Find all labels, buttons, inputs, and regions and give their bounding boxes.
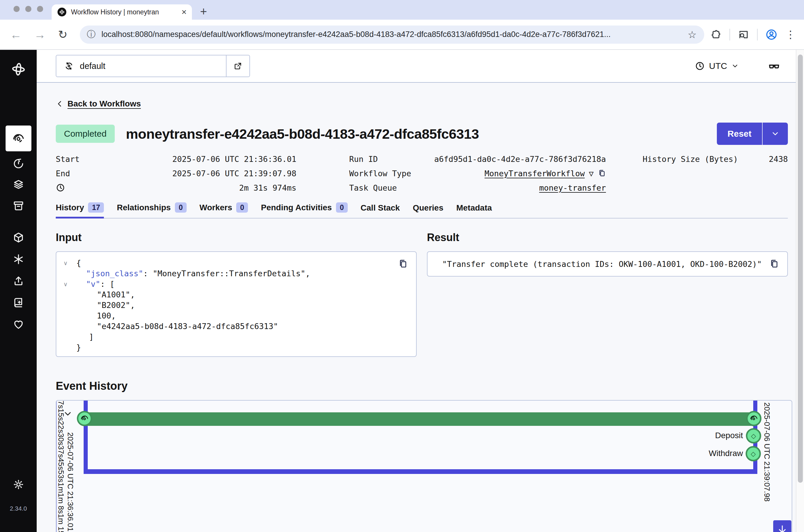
- tab-pending-activities[interactable]: Pending Activities0: [261, 202, 348, 218]
- tick-label: 45s: [56, 458, 66, 470]
- browser-toolbar: ← → ↻ ⓘ localhost:8080/namespaces/defaul…: [0, 20, 804, 50]
- workflow-tabs: History17 Relationships0 Workers0 Pendin…: [56, 202, 788, 218]
- filter-icon[interactable]: ▽: [589, 169, 594, 178]
- result-value: "Transfer complete (transaction IDs: OKW…: [442, 260, 762, 269]
- browser-menu-icon[interactable]: ⋮: [785, 28, 796, 41]
- tab-relationships[interactable]: Relationships0: [117, 202, 187, 218]
- workflow-end-marker[interactable]: [746, 411, 762, 426]
- bookmark-star-icon[interactable]: ☆: [688, 29, 697, 40]
- sidebar-item-workflows[interactable]: [5, 126, 32, 151]
- sidebar-item-schedules[interactable]: [13, 158, 24, 170]
- copy-icon[interactable]: [769, 259, 779, 269]
- workflow-details: Start2025-07-06 UTC 21:36:36.01 End2025-…: [56, 153, 788, 193]
- result-card: "Transfer complete (transaction IDs: OKW…: [427, 251, 788, 277]
- end-label: End: [56, 169, 70, 178]
- scrollbar-thumb[interactable]: [798, 55, 803, 483]
- sidebar-item-deployments[interactable]: [13, 178, 24, 190]
- temporal-favicon-icon: [57, 7, 66, 16]
- timeline-axis: [83, 469, 758, 474]
- workflow-type-link[interactable]: MoneyTransferWorkflow: [484, 169, 584, 178]
- reload-icon[interactable]: ↻: [58, 29, 68, 40]
- sidebar-item-import[interactable]: [13, 275, 24, 287]
- window-zoom-button[interactable]: [37, 6, 43, 12]
- reset-menu-button[interactable]: [762, 122, 788, 145]
- json-array-item: "B2002",: [97, 300, 135, 310]
- site-info-icon[interactable]: ⓘ: [87, 28, 96, 40]
- workflow-page: Back to Workflows Completed moneytransfe…: [37, 83, 796, 532]
- sidebar-item-archive[interactable]: [13, 200, 24, 212]
- page-title: moneytransfer-e4242aa5-b08d-4183-a472-df…: [126, 126, 717, 142]
- deposit-activity-marker[interactable]: ◇: [746, 428, 761, 443]
- tab-metadata[interactable]: Metadata: [456, 203, 492, 218]
- workflow-spiral-icon: [750, 414, 758, 423]
- json-line: }: [76, 342, 81, 353]
- back-icon[interactable]: ←: [10, 29, 22, 40]
- timezone-selector[interactable]: UTC: [695, 61, 739, 71]
- timeline-start-timestamp: 2025-07-06 UTC 21:36:36.01: [66, 432, 75, 531]
- temporal-logo-icon[interactable]: [11, 62, 26, 77]
- namespace-switcher[interactable]: default: [56, 55, 226, 77]
- json-value: : [: [100, 279, 115, 289]
- page-scrollbar[interactable]: [796, 50, 804, 532]
- activity-label-withdraw: Withdraw: [673, 449, 743, 458]
- copy-icon[interactable]: [398, 259, 408, 269]
- expand-chevron-icon[interactable]: ∨: [63, 279, 76, 289]
- task-queue-link[interactable]: money-transfer: [539, 183, 606, 192]
- sidebar-item-nexus[interactable]: [13, 253, 24, 265]
- window-minimize-button[interactable]: [25, 6, 32, 12]
- history-size-value: 2438: [769, 155, 788, 164]
- tab-title: Workflow History | moneytran: [71, 8, 168, 16]
- workflow-span-bar[interactable]: [86, 412, 755, 426]
- workflow-start-marker[interactable]: [77, 411, 92, 426]
- tick-label: 30s: [56, 433, 66, 445]
- sidebar-item-docs[interactable]: [13, 297, 24, 308]
- extensions-icon[interactable]: [710, 29, 722, 40]
- browser-chrome: Workflow History | moneytran × + ← → ↻ ⓘ…: [0, 0, 804, 50]
- workflow-type-label: Workflow Type: [349, 169, 411, 178]
- external-link-icon: [233, 61, 243, 71]
- tab-close-icon[interactable]: ×: [181, 7, 187, 16]
- window-close-button[interactable]: [14, 6, 20, 12]
- tab-search-icon[interactable]: [738, 29, 749, 40]
- window-controls[interactable]: [14, 6, 43, 12]
- run-id-label: Run ID: [349, 155, 378, 164]
- relationships-count-badge: 0: [175, 202, 187, 213]
- duration-value: 2m 31s 974ms: [239, 183, 296, 192]
- address-bar[interactable]: ⓘ localhost:8080/namespaces/default/work…: [80, 25, 704, 44]
- reset-button[interactable]: Reset: [717, 122, 762, 145]
- expand-chevron-icon[interactable]: ∨: [63, 258, 76, 268]
- arrow-down-icon: [777, 524, 788, 532]
- result-section: Result "Transfer complete (transaction I…: [427, 231, 788, 357]
- withdraw-activity-marker[interactable]: ◇: [746, 446, 761, 461]
- run-id-value: a6fd95d1-da0c-4d2e-a77c-786f3d76218a: [434, 155, 606, 164]
- tab-history[interactable]: History17: [56, 202, 104, 218]
- tick-label: 15s: [56, 408, 66, 421]
- profile-icon[interactable]: [765, 28, 778, 41]
- json-line: {: [76, 258, 81, 268]
- sidebar-item-feedback[interactable]: [13, 319, 24, 330]
- input-json-card: ∨{ "json_class": "MoneyTransfer::Transfe…: [56, 251, 417, 357]
- history-count-badge: 17: [88, 202, 104, 213]
- tab-queries[interactable]: Queries: [413, 203, 443, 218]
- url-text[interactable]: localhost:8080/namespaces/default/workfl…: [101, 30, 683, 39]
- forward-icon[interactable]: →: [34, 29, 46, 40]
- tab-call-stack[interactable]: Call Stack: [361, 203, 400, 218]
- namespace-selector: default: [56, 55, 250, 77]
- labs-glasses-icon[interactable]: [768, 59, 781, 73]
- event-history-timeline: 2025-07-06 UTC 21:36:36.01 2025-07-06 UT…: [56, 400, 792, 532]
- browser-tab[interactable]: Workflow History | moneytran ×: [52, 4, 192, 20]
- copy-icon[interactable]: [598, 169, 606, 177]
- chevron-left-icon: [56, 100, 64, 108]
- json-array-item: 100,: [97, 310, 116, 321]
- scroll-to-bottom-button[interactable]: [773, 520, 791, 532]
- chevron-down-icon: [731, 62, 739, 70]
- tab-workers[interactable]: Workers0: [200, 202, 248, 218]
- toolbar-divider: [757, 29, 758, 40]
- new-tab-button[interactable]: +: [200, 5, 207, 17]
- theme-toggle-icon[interactable]: [13, 479, 24, 490]
- namespace-open-button[interactable]: [226, 55, 249, 77]
- back-to-workflows-link[interactable]: Back to Workflows: [68, 99, 141, 109]
- sidebar-item-namespaces[interactable]: [13, 232, 24, 243]
- chevron-down-icon: [771, 129, 780, 138]
- json-value: : "MoneyTransfer::TransferDetails",: [143, 268, 310, 279]
